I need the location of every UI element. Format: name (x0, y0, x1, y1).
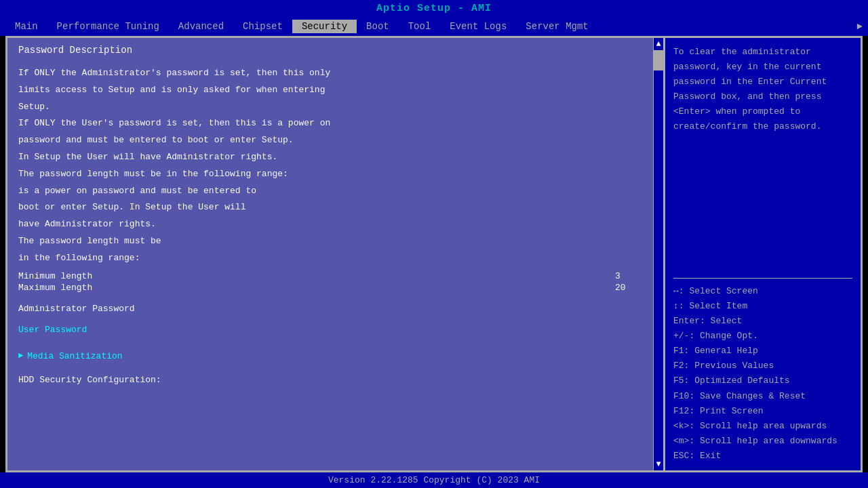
key-help-item: <m>: Scroll help area downwards (673, 434, 852, 449)
key-help-item: Enter: Select (673, 314, 852, 329)
field-row: Minimum length3 (18, 271, 642, 281)
nav-bar: MainPerformance TuningAdvancedChipsetSec… (0, 17, 868, 36)
menu-item-administrator-password[interactable]: Administrator Password (18, 304, 642, 314)
nav-item-performance-tuning[interactable]: Performance Tuning (47, 20, 169, 33)
desc-line: have Administrator rights. (18, 218, 642, 232)
key-help-item: F1: General Help (673, 344, 852, 359)
nav-item-advanced[interactable]: Advanced (169, 20, 233, 33)
field-row: Maximum length20 (18, 283, 642, 293)
nav-item-boot[interactable]: Boot (357, 20, 399, 33)
scroll-up-button[interactable]: ▲ (654, 38, 662, 50)
desc-line: If ONLY the Administrator's password is … (18, 66, 642, 81)
desc-line: limits access to Setup and is only asked… (18, 83, 642, 98)
key-help-item: F10: Save Changes & Reset (673, 389, 852, 404)
fields-block: Minimum length3Maximum length20 (18, 271, 642, 293)
footer-text: Version 2.22.1285 Copyright (C) 2023 AMI (328, 475, 540, 485)
desc-line: If ONLY the User's password is set, then… (18, 117, 642, 131)
field-value: 3 (615, 271, 642, 281)
desc-line: Setup. (18, 100, 642, 115)
desc-line: In Setup the User will have Administrato… (18, 150, 642, 165)
key-help-item: F2: Previous Values (673, 359, 852, 373)
submenu-label: Media Sanitization (27, 351, 122, 361)
key-help-item: ↕: Select Item (673, 299, 852, 314)
field-label: Maximum length (18, 283, 610, 293)
key-help-item: ESC: Exit (673, 449, 852, 464)
title-text: Aptio Setup - AMI (376, 3, 492, 14)
right-panel: To clear the administrator password, key… (664, 38, 861, 470)
main-content: Password Description If ONLY the Adminis… (5, 36, 863, 472)
left-panel: Password Description If ONLY the Adminis… (7, 38, 653, 470)
nav-item-main[interactable]: Main (5, 20, 47, 33)
key-help-item: F5: Optimized Defaults (673, 373, 852, 388)
section-title: Password Description (18, 45, 642, 56)
help-text: To clear the administrator password, key… (673, 45, 852, 272)
desc-line: in the following range: (18, 251, 642, 266)
submenu-arrow: ► (18, 351, 23, 361)
field-label: Minimum length (18, 271, 610, 281)
desc-block: If ONLY the Administrator's password is … (18, 66, 642, 266)
scroll-track (654, 50, 663, 458)
desc-line: boot or enter Setup. In Setup the User w… (18, 201, 642, 215)
scroll-thumb[interactable] (654, 50, 663, 70)
field-value: 20 (615, 283, 642, 293)
nav-item-chipset[interactable]: Chipset (233, 20, 292, 33)
desc-line: The password length must be (18, 235, 642, 249)
scroll-down-button[interactable]: ▼ (654, 458, 662, 470)
key-help-item: ↔: Select Screen (673, 284, 852, 299)
desc-line: The password length must be in the follo… (18, 167, 642, 182)
menu-items-block: Administrator PasswordUser Password (18, 304, 642, 335)
menu-item-user-password[interactable]: User Password (18, 325, 642, 335)
submenu-item[interactable]: ► Media Sanitization (18, 351, 642, 361)
nav-item-security[interactable]: Security (292, 20, 357, 33)
hdd-config: HDD Security Configuration: (18, 375, 642, 385)
scrollbar: ▲ ▼ (653, 38, 664, 470)
key-help: ↔: Select Screen↕: Select ItemEnter: Sel… (673, 284, 852, 464)
desc-line: password and must be entered to boot or … (18, 134, 642, 148)
desc-line: is a power on password and must be enter… (18, 184, 642, 199)
nav-item-event-logs[interactable]: Event Logs (440, 20, 516, 33)
help-divider (673, 278, 852, 279)
footer: Version 2.22.1285 Copyright (C) 2023 AMI (0, 472, 868, 488)
title-bar: Aptio Setup - AMI (0, 0, 868, 17)
key-help-item: <k>: Scroll help area upwards (673, 419, 852, 434)
nav-item-tool[interactable]: Tool (399, 20, 441, 33)
key-help-item: +/-: Change Opt. (673, 329, 852, 344)
key-help-item: F12: Print Screen (673, 404, 852, 419)
nav-arrow: ► (857, 21, 863, 32)
nav-item-server-mgmt[interactable]: Server Mgmt (516, 20, 597, 33)
